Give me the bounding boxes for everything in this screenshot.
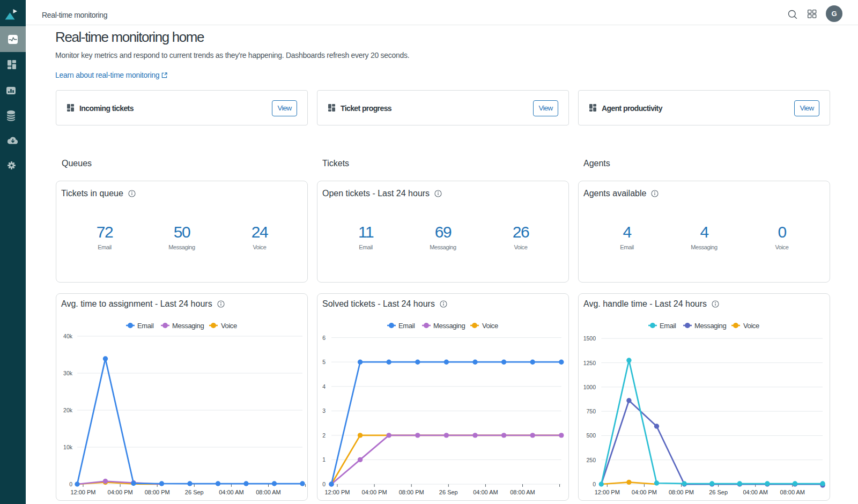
svg-text:4: 4 (322, 383, 326, 390)
svg-text:Email: Email (660, 322, 676, 330)
svg-text:5: 5 (322, 359, 326, 365)
svg-text:750: 750 (586, 408, 596, 414)
svg-text:0: 0 (322, 481, 326, 487)
svg-text:250: 250 (586, 457, 596, 463)
svg-text:Voice: Voice (743, 322, 759, 330)
svg-text:3: 3 (322, 407, 326, 414)
svg-text:08:00 PM: 08:00 PM (669, 489, 694, 495)
svg-text:12:00 PM: 12:00 PM (70, 489, 95, 495)
svg-text:08:00 PM: 08:00 PM (399, 489, 424, 495)
svg-text:26 Sep: 26 Sep (709, 489, 728, 495)
svg-text:Voice: Voice (221, 322, 237, 330)
svg-text:Email: Email (137, 322, 154, 330)
svg-text:40k: 40k (63, 333, 73, 339)
svg-text:04:00 AM: 04:00 AM (743, 489, 767, 495)
svg-text:26 Sep: 26 Sep (439, 489, 458, 495)
svg-text:0: 0 (69, 481, 72, 487)
svg-text:20k: 20k (63, 407, 73, 413)
svg-text:04:00 PM: 04:00 PM (632, 489, 657, 495)
svg-text:12:00 PM: 12:00 PM (595, 489, 620, 495)
svg-text:Email: Email (398, 322, 415, 330)
svg-text:2: 2 (322, 432, 326, 439)
svg-text:04:00 PM: 04:00 PM (108, 489, 133, 495)
svg-text:500: 500 (586, 432, 596, 439)
svg-text:04:00 PM: 04:00 PM (362, 489, 387, 495)
svg-text:1000: 1000 (583, 384, 596, 390)
svg-text:Messaging: Messaging (172, 322, 204, 330)
svg-text:12:00 PM: 12:00 PM (324, 489, 350, 495)
svg-text:04:00 AM: 04:00 AM (219, 489, 243, 495)
svg-text:08:00 AM: 08:00 AM (256, 489, 280, 495)
svg-text:Messaging: Messaging (433, 322, 465, 330)
svg-text:10k: 10k (63, 444, 73, 450)
svg-text:08:00 AM: 08:00 AM (510, 489, 535, 495)
svg-text:30k: 30k (63, 370, 73, 376)
svg-text:0: 0 (593, 481, 596, 487)
svg-text:08:00 PM: 08:00 PM (145, 489, 170, 495)
svg-text:1500: 1500 (583, 335, 596, 342)
svg-text:04:00 AM: 04:00 AM (473, 489, 498, 495)
svg-text:1250: 1250 (583, 360, 596, 366)
svg-text:6: 6 (322, 335, 326, 341)
svg-text:Voice: Voice (482, 322, 498, 330)
svg-text:08:00 AM: 08:00 AM (780, 489, 805, 495)
svg-text:26 Sep: 26 Sep (185, 489, 204, 495)
svg-text:1: 1 (322, 456, 326, 463)
svg-text:Messaging: Messaging (694, 322, 726, 330)
